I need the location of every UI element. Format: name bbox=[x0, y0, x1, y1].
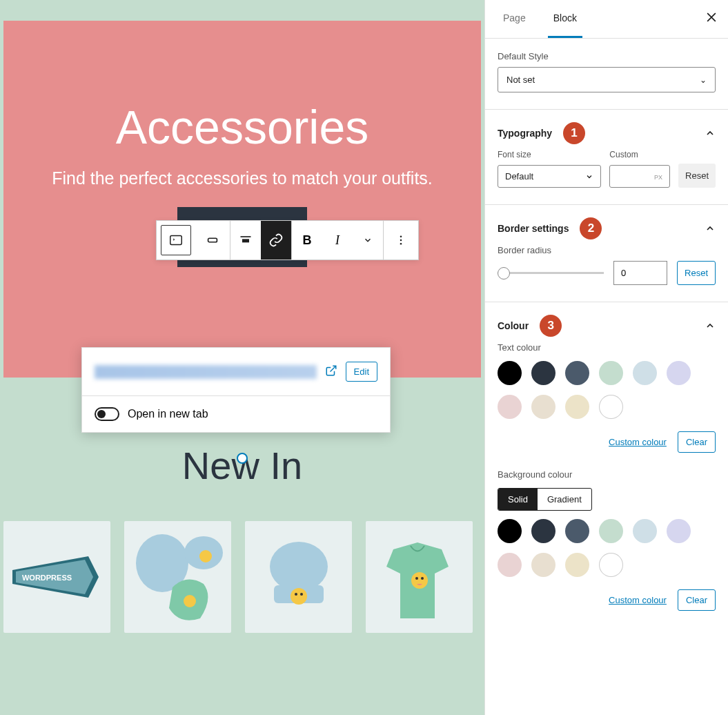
border-panel-toggle[interactable]: Border settings 2 bbox=[485, 205, 728, 245]
colour-swatch[interactable] bbox=[667, 519, 691, 543]
chevron-down-icon bbox=[585, 173, 593, 181]
colour-swatch[interactable] bbox=[531, 395, 555, 419]
border-radius-label: Border radius bbox=[498, 245, 716, 255]
product-grid: WORDPRESS bbox=[0, 521, 484, 640]
clear-text-colour-button[interactable]: Clear bbox=[678, 431, 716, 453]
border-radius-input[interactable] bbox=[613, 261, 667, 285]
block-type-button[interactable] bbox=[161, 225, 191, 255]
clear-bg-colour-button[interactable]: Clear bbox=[678, 589, 716, 611]
external-link-icon[interactable] bbox=[325, 364, 337, 380]
new-in-heading: New In bbox=[0, 443, 484, 488]
text-colour-swatches bbox=[498, 361, 716, 419]
more-formatting-button[interactable] bbox=[353, 221, 383, 259]
custom-text-colour-link[interactable]: Custom colour bbox=[609, 437, 667, 447]
settings-sidebar: Page Block Default Style Not set ⌄ Typog… bbox=[484, 0, 728, 715]
colour-swatch[interactable] bbox=[599, 519, 623, 543]
colour-swatch[interactable] bbox=[565, 361, 589, 385]
chevron-down-icon: ⌄ bbox=[700, 75, 707, 85]
reset-font-size-button[interactable]: Reset bbox=[678, 164, 716, 188]
colour-swatch[interactable] bbox=[498, 519, 522, 543]
svg-point-19 bbox=[300, 593, 303, 596]
hero-subtitle: Find the perfect accessories to match yo… bbox=[17, 166, 467, 190]
colour-swatch[interactable] bbox=[498, 361, 522, 385]
tab-block[interactable]: Block bbox=[548, 0, 582, 38]
close-sidebar-button[interactable] bbox=[705, 10, 718, 28]
selection-handle-icon[interactable] bbox=[237, 453, 248, 464]
colour-swatch[interactable] bbox=[599, 395, 623, 419]
svg-point-17 bbox=[291, 588, 307, 605]
colour-swatch[interactable] bbox=[498, 395, 522, 419]
product-card[interactable] bbox=[124, 521, 231, 633]
bg-solid-option[interactable]: Solid bbox=[498, 489, 538, 510]
editor-canvas[interactable]: Accessories Find the perfect accessories… bbox=[0, 0, 484, 715]
svg-point-15 bbox=[270, 542, 328, 591]
svg-point-5 bbox=[400, 235, 402, 237]
bg-colour-swatches bbox=[498, 519, 716, 577]
colour-swatch[interactable] bbox=[599, 361, 623, 385]
block-toolbar: B I bbox=[156, 220, 419, 260]
hero-title: Accessories bbox=[17, 100, 467, 154]
chevron-up-icon bbox=[705, 223, 716, 234]
link-popover: Edit Open in new tab bbox=[81, 347, 391, 433]
svg-rect-0 bbox=[170, 236, 182, 245]
svg-point-6 bbox=[400, 239, 402, 242]
link-button[interactable] bbox=[261, 221, 291, 259]
link-url-blurred bbox=[95, 365, 317, 379]
italic-button[interactable]: I bbox=[322, 221, 353, 259]
annotation-badge-1: 1 bbox=[563, 122, 585, 144]
custom-bg-colour-link[interactable]: Custom colour bbox=[609, 595, 667, 605]
svg-rect-3 bbox=[242, 239, 249, 242]
hero-block[interactable]: Accessories Find the perfect accessories… bbox=[3, 21, 481, 378]
annotation-badge-2: 2 bbox=[580, 217, 602, 239]
colour-panel-toggle[interactable]: Colour 3 bbox=[485, 302, 728, 342]
colour-swatch[interactable] bbox=[667, 361, 691, 385]
colour-swatch[interactable] bbox=[633, 519, 657, 543]
colour-swatch[interactable] bbox=[498, 553, 522, 577]
border-radius-slider[interactable] bbox=[498, 272, 604, 274]
tab-page[interactable]: Page bbox=[498, 0, 531, 38]
svg-point-21 bbox=[415, 577, 418, 580]
colour-swatch[interactable] bbox=[633, 361, 657, 385]
colour-swatch[interactable] bbox=[565, 553, 589, 577]
font-size-label: Font size bbox=[498, 150, 601, 159]
custom-size-input[interactable]: PX bbox=[609, 165, 670, 188]
colour-swatch[interactable] bbox=[531, 361, 555, 385]
open-new-tab-toggle[interactable] bbox=[95, 407, 119, 421]
chevron-up-icon bbox=[705, 320, 716, 331]
open-new-tab-label: Open in new tab bbox=[128, 408, 208, 420]
product-card[interactable] bbox=[366, 521, 473, 633]
colour-swatch[interactable] bbox=[599, 553, 623, 577]
default-style-label: Default Style bbox=[498, 51, 716, 61]
svg-point-18 bbox=[295, 593, 297, 596]
edit-link-button[interactable]: Edit bbox=[346, 362, 377, 382]
svg-point-20 bbox=[411, 572, 428, 589]
options-button[interactable] bbox=[384, 221, 418, 259]
bg-gradient-option[interactable]: Gradient bbox=[538, 489, 591, 510]
bg-colour-label: Background colour bbox=[498, 469, 716, 480]
annotation-badge-3: 3 bbox=[540, 315, 562, 337]
bold-button[interactable]: B bbox=[292, 221, 322, 259]
typography-panel-toggle[interactable]: Typography 1 bbox=[485, 110, 728, 150]
width-button[interactable] bbox=[195, 221, 230, 259]
font-size-select[interactable]: Default bbox=[498, 165, 601, 188]
chevron-up-icon bbox=[705, 128, 716, 139]
align-button[interactable] bbox=[230, 221, 261, 259]
text-colour-label: Text colour bbox=[498, 342, 716, 353]
svg-point-22 bbox=[421, 577, 424, 580]
svg-point-14 bbox=[184, 595, 196, 607]
colour-swatch[interactable] bbox=[531, 553, 555, 577]
colour-swatch[interactable] bbox=[565, 395, 589, 419]
bg-mode-segmented: Solid Gradient bbox=[498, 488, 592, 511]
custom-size-label: Custom bbox=[609, 150, 670, 159]
reset-border-button[interactable]: Reset bbox=[677, 261, 716, 285]
product-card[interactable]: WORDPRESS bbox=[3, 521, 110, 633]
svg-point-13 bbox=[199, 550, 212, 562]
svg-text:WORDPRESS: WORDPRESS bbox=[21, 574, 71, 582]
default-style-select[interactable]: Not set ⌄ bbox=[498, 67, 716, 92]
svg-point-7 bbox=[400, 243, 402, 245]
svg-rect-1 bbox=[208, 238, 217, 242]
product-card[interactable] bbox=[245, 521, 352, 633]
colour-swatch[interactable] bbox=[531, 519, 555, 543]
colour-swatch[interactable] bbox=[565, 519, 589, 543]
svg-rect-2 bbox=[241, 236, 251, 237]
